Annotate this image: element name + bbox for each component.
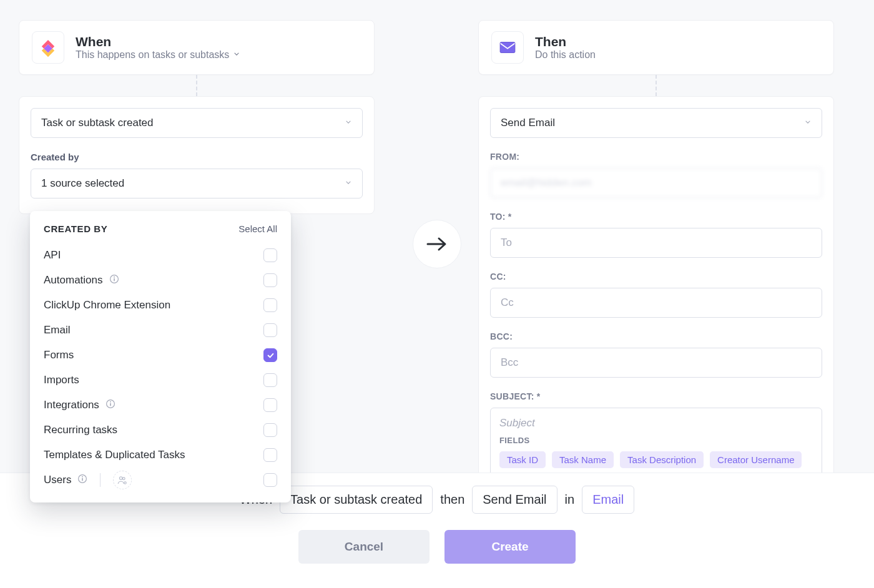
add-user-icon[interactable] [113, 471, 132, 489]
clickup-logo-icon [32, 31, 64, 64]
email-icon [491, 31, 524, 64]
option-checkbox[interactable] [263, 423, 277, 437]
chevron-down-icon [233, 49, 240, 61]
cc-label: CC: [490, 272, 822, 282]
option-checkbox[interactable] [263, 248, 277, 262]
subject-placeholder: Subject [499, 417, 813, 429]
info-icon [77, 474, 87, 487]
field-pill[interactable]: Task Name [552, 451, 614, 468]
flow-arrow [413, 220, 461, 268]
svg-point-9 [82, 476, 83, 477]
then-word: then [440, 492, 464, 507]
fields-caption: FIELDS [499, 436, 813, 445]
created-by-option[interactable]: ClickUp Chrome Extension [44, 293, 277, 318]
in-word: in [565, 492, 575, 507]
action-select[interactable]: Send Email [490, 108, 822, 138]
svg-rect-10 [82, 478, 84, 481]
option-checkbox[interactable] [263, 323, 277, 337]
svg-rect-7 [110, 403, 111, 406]
trigger-card: Task or subtask created Created by 1 sou… [19, 96, 375, 214]
trigger-select-value: Task or subtask created [41, 117, 154, 129]
option-label: Recurring tasks [44, 424, 117, 436]
bcc-input[interactable]: Bcc [490, 348, 822, 378]
option-label: Forms [44, 349, 74, 361]
subject-label: SUBJECT: * [490, 391, 822, 401]
svg-rect-4 [114, 278, 115, 281]
option-checkbox[interactable] [263, 373, 277, 387]
created-by-option[interactable]: Automations [44, 268, 277, 293]
svg-point-6 [110, 401, 111, 402]
created-by-popover: CREATED BY Select All APIAutomationsClic… [30, 211, 291, 502]
created-by-option[interactable]: Integrations [44, 393, 277, 418]
field-pill[interactable]: Task ID [499, 451, 546, 468]
then-chip[interactable]: Send Email [472, 486, 557, 514]
svg-point-3 [114, 276, 115, 277]
created-by-option[interactable]: Users [44, 468, 277, 492]
created-by-option[interactable]: Recurring tasks [44, 418, 277, 443]
then-title: Then [535, 34, 596, 49]
popover-title: CREATED BY [44, 223, 107, 234]
action-card: Send Email FROM: email@hidden.com TO: * … [478, 96, 834, 514]
created-by-option[interactable]: Forms [44, 343, 277, 368]
info-icon [106, 399, 115, 412]
created-by-label: Created by [31, 152, 363, 162]
separator [100, 473, 101, 487]
when-chip[interactable]: Task or subtask created [280, 486, 433, 514]
field-pill[interactable]: Creator Username [710, 451, 802, 468]
connector-line [196, 75, 197, 96]
create-button[interactable]: Create [444, 530, 576, 564]
created-by-option[interactable]: Email [44, 318, 277, 343]
option-checkbox[interactable] [263, 348, 277, 362]
info-icon [109, 274, 119, 287]
option-checkbox[interactable] [263, 273, 277, 287]
created-by-option[interactable]: Imports [44, 368, 277, 393]
action-select-value: Send Email [501, 117, 555, 129]
then-subtitle: Do this action [535, 49, 596, 61]
when-title: When [76, 34, 240, 49]
option-label: Email [44, 324, 71, 336]
created-by-option[interactable]: Templates & Duplicated Tasks [44, 443, 277, 468]
option-label: Integrations [44, 399, 115, 412]
trigger-select[interactable]: Task or subtask created [31, 108, 363, 138]
when-subtitle-dropdown[interactable]: This happens on tasks or subtasks [76, 49, 240, 61]
when-subtitle-text: This happens on tasks or subtasks [76, 49, 229, 61]
option-label: Templates & Duplicated Tasks [44, 449, 185, 461]
option-label: Users [44, 471, 132, 489]
created-by-select[interactable]: 1 source selected [31, 169, 363, 198]
to-label: TO: * [490, 212, 822, 222]
to-input[interactable]: To [490, 228, 822, 258]
from-label: FROM: [490, 152, 822, 162]
created-by-select-value: 1 source selected [41, 177, 124, 190]
when-card: When This happens on tasks or subtasks [19, 20, 375, 75]
from-input[interactable]: email@hidden.com [490, 168, 822, 198]
option-checkbox[interactable] [263, 473, 277, 487]
option-checkbox[interactable] [263, 448, 277, 462]
option-label: Automations [44, 274, 119, 287]
svg-point-12 [123, 478, 125, 480]
cc-input[interactable]: Cc [490, 288, 822, 318]
field-pill[interactable]: Task Description [620, 451, 704, 468]
created-by-option[interactable]: API [44, 243, 277, 268]
connector-line [656, 75, 657, 96]
bcc-label: BCC: [490, 331, 822, 341]
chevron-down-icon [345, 177, 352, 190]
option-label: API [44, 249, 61, 262]
cancel-button[interactable]: Cancel [298, 530, 430, 564]
chevron-down-icon [345, 117, 352, 129]
svg-point-11 [120, 477, 123, 480]
option-checkbox[interactable] [263, 298, 277, 312]
svg-rect-0 [500, 42, 515, 53]
then-card: Then Do this action [478, 20, 834, 75]
in-chip[interactable]: Email [582, 486, 634, 514]
select-all-button[interactable]: Select All [238, 223, 277, 234]
chevron-down-icon [804, 117, 812, 129]
summary-sentence: When Task or subtask created then Send E… [240, 486, 634, 514]
option-label: Imports [44, 374, 79, 386]
option-checkbox[interactable] [263, 398, 277, 412]
option-label: ClickUp Chrome Extension [44, 299, 170, 311]
